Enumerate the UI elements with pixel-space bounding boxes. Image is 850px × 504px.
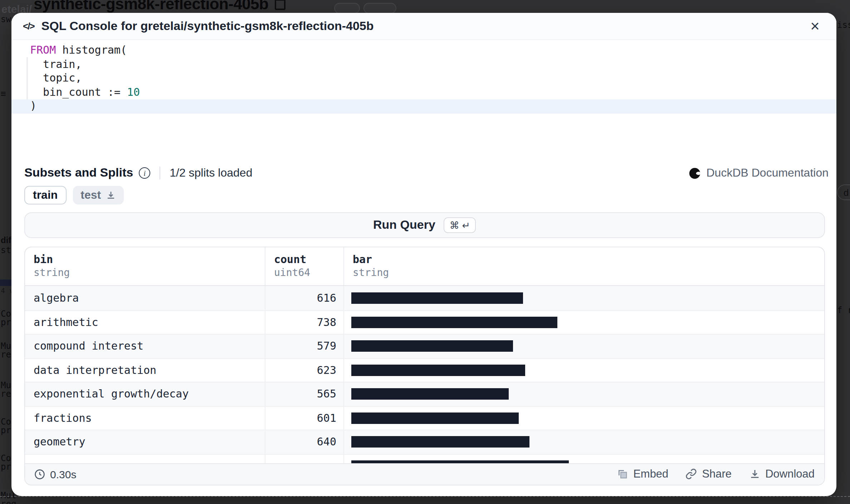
column-header-count[interactable]: count uint64 xyxy=(265,247,344,285)
split-button-label: test xyxy=(80,189,101,202)
split-button-train[interactable]: train xyxy=(24,186,66,204)
cell-bar xyxy=(344,311,824,334)
cell-bar xyxy=(344,335,824,358)
backdrop-text-fragment: sw xyxy=(1,14,11,24)
run-query-button[interactable]: Run Query ⌘ ↵ xyxy=(24,212,825,238)
split-button-label: train xyxy=(33,189,58,202)
info-icon[interactable]: i xyxy=(139,167,150,179)
dialog-title: SQL Console for gretelai/synthetic-gsm8k… xyxy=(41,19,374,33)
dialog-header: </> SQL Console for gretelai/synthetic-g… xyxy=(11,13,836,40)
download-button[interactable]: Download xyxy=(749,468,815,480)
cell-count: 579 xyxy=(265,335,344,358)
table-row: compound interest579 xyxy=(25,334,824,358)
column-header-bar[interactable]: bar string xyxy=(344,247,824,285)
histogram-bar xyxy=(351,292,523,304)
sql-editor[interactable]: FROM histogram( train, topic, bin_count … xyxy=(11,40,836,113)
backdrop-selected-row-strip xyxy=(0,280,11,286)
cell-bar xyxy=(344,382,824,406)
backdrop-button-fragment: d xyxy=(837,184,850,200)
backdrop-pill xyxy=(363,3,396,14)
download-icon xyxy=(749,468,760,480)
backdrop-divider xyxy=(0,496,850,497)
query-results-table: bin string count uint64 bar string algeb… xyxy=(24,247,825,485)
table-row: exponential growth/decay565 xyxy=(25,382,824,406)
split-buttons: traintest xyxy=(24,186,124,204)
table-header-row: bin string count uint64 bar string xyxy=(25,247,824,286)
table-row xyxy=(25,454,824,463)
footer-actions: Embed Share Download xyxy=(617,468,815,480)
table-row: geometry640 xyxy=(25,430,824,454)
duckdb-documentation-link[interactable]: DuckDB Documentation xyxy=(689,167,829,179)
cell-bar xyxy=(344,406,824,430)
run-query-label: Run Query xyxy=(373,218,435,232)
cell-count: 623 xyxy=(265,359,344,382)
subsets-splits-row: Subsets and Splits i 1/2 splits loaded D… xyxy=(24,164,829,182)
cell-count: 616 xyxy=(265,286,344,310)
table-row: fractions601 xyxy=(25,406,824,430)
cell-bin xyxy=(25,454,265,463)
cell-count: 738 xyxy=(265,311,344,334)
clock-icon xyxy=(34,469,45,479)
backdrop-text-fragment: issa xyxy=(837,20,850,30)
keyboard-shortcut-badge: ⌘ ↵ xyxy=(444,217,476,233)
table-row: algebra616 xyxy=(25,286,824,310)
histogram-bar xyxy=(351,436,530,448)
cell-bin: exponential growth/decay xyxy=(25,382,265,406)
cell-bin: geometry xyxy=(25,430,265,454)
cell-count xyxy=(265,454,344,463)
histogram-bar xyxy=(351,317,557,328)
cell-bin: fractions xyxy=(25,406,265,430)
share-icon xyxy=(685,468,697,480)
histogram-bar xyxy=(351,389,509,400)
backdrop-text-fragment: dif xyxy=(1,235,11,245)
share-button[interactable]: Share xyxy=(685,468,732,480)
embed-icon xyxy=(617,468,628,480)
code-line: ) xyxy=(11,99,836,113)
query-duration: 0.30s xyxy=(34,468,76,480)
duckdb-icon xyxy=(689,167,702,179)
cell-bar xyxy=(344,430,824,454)
split-button-test[interactable]: test xyxy=(73,186,124,204)
cell-bar xyxy=(344,359,824,382)
copy-icon xyxy=(275,0,285,10)
subsets-splits-heading: Subsets and Splits xyxy=(24,166,133,180)
cell-bin: compound interest xyxy=(25,335,265,358)
sql-console-dialog: </> SQL Console for gretelai/synthetic-g… xyxy=(11,13,836,496)
table-body[interactable]: algebra616arithmetic738compound interest… xyxy=(25,286,824,463)
backdrop-like-pill xyxy=(334,3,360,14)
cell-bin: algebra xyxy=(25,286,265,310)
histogram-bar xyxy=(351,365,525,376)
table-row: data interpretation623 xyxy=(25,358,824,382)
code-line: topic, xyxy=(11,71,836,85)
histogram-bar xyxy=(351,460,569,463)
vertical-divider xyxy=(160,167,160,179)
code-lines: FROM histogram( train, topic, bin_count … xyxy=(11,44,836,113)
embed-button[interactable]: Embed xyxy=(617,468,668,480)
cell-bar xyxy=(344,286,824,310)
backdrop-text-fragment: req xyxy=(1,499,16,504)
code-line: FROM histogram( xyxy=(11,44,836,58)
cell-count: 640 xyxy=(265,430,344,454)
download-icon xyxy=(106,190,116,200)
cell-count: 565 xyxy=(265,382,344,406)
cell-bin: arithmetic xyxy=(25,311,265,334)
results-footer: 0.30s Embed Share Download xyxy=(25,463,824,484)
backdrop-text-fragment: f row xyxy=(837,305,850,315)
histogram-bar xyxy=(351,341,513,352)
code-line: bin_count := 10 xyxy=(11,85,836,99)
indent-guide xyxy=(26,57,28,99)
close-button[interactable]: × xyxy=(805,18,825,34)
cell-bin: data interpretation xyxy=(25,359,265,382)
column-header-bin[interactable]: bin string xyxy=(25,247,265,285)
backdrop-dataset-title: synthetic-gsm8k-reflection-405b xyxy=(34,0,285,14)
cell-count: 601 xyxy=(265,406,344,430)
screen: etelai/ synthetic-gsm8k-reflection-405b … xyxy=(0,0,850,504)
splits-loaded-status: 1/2 splits loaded xyxy=(170,167,252,179)
table-row: arithmetic738 xyxy=(25,310,824,334)
histogram-bar xyxy=(351,412,519,424)
code-line: train, xyxy=(11,58,836,71)
cell-bar xyxy=(344,454,824,463)
code-icon: </> xyxy=(23,21,34,31)
